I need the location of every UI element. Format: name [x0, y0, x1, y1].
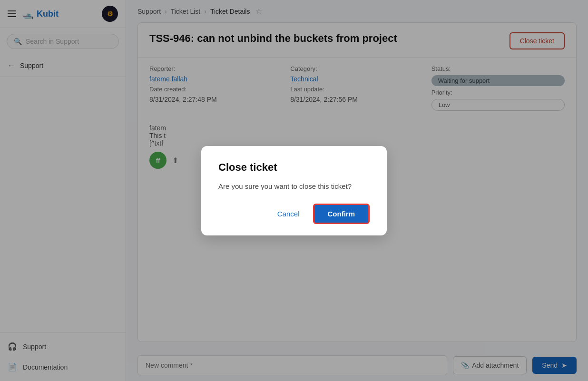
dialog: Close ticket Are you sure you want to cl… — [201, 146, 387, 235]
modal-overlay: Close ticket Are you sure you want to cl… — [0, 0, 588, 381]
cancel-button[interactable]: Cancel — [272, 206, 305, 222]
dialog-title: Close ticket — [218, 161, 370, 174]
confirm-button[interactable]: Confirm — [313, 204, 370, 224]
dialog-actions: Cancel Confirm — [218, 204, 370, 224]
dialog-body: Are you sure you want to close this tick… — [218, 182, 370, 190]
